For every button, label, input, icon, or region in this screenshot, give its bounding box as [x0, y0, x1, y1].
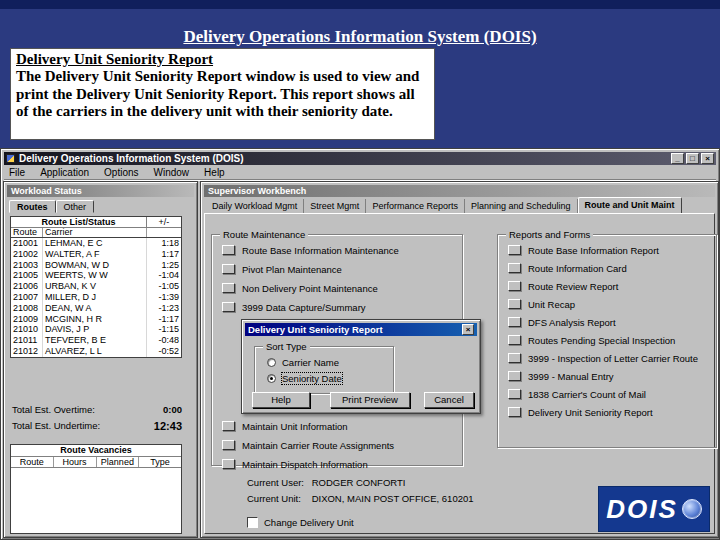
route-row[interactable]: 21003 BOWMAN, W D 1:25: [11, 260, 181, 271]
workbench-item[interactable]: Maintain Carrier Route Assignments: [222, 440, 456, 451]
workbench-item[interactable]: Route Base Information Report: [508, 245, 710, 256]
item-button-icon[interactable]: [508, 281, 521, 291]
item-button-icon[interactable]: [222, 459, 235, 469]
item-button-icon[interactable]: [508, 407, 521, 417]
vacancies-column-header[interactable]: Type: [139, 457, 181, 467]
route-number: 21005: [11, 270, 43, 281]
workbench-tab[interactable]: Route and Unit Maint: [578, 197, 682, 214]
help-button[interactable]: Help: [252, 392, 310, 408]
reports-items: Route Base Information Report Route Info…: [498, 245, 716, 425]
workbench-item[interactable]: 3999 - Manual Entry: [508, 371, 710, 382]
item-button-icon[interactable]: [508, 317, 521, 327]
item-button-icon[interactable]: [508, 389, 521, 399]
route-list-header-label[interactable]: Route List/Status: [11, 217, 147, 227]
radio-carrier-name[interactable]: Carrier Name: [267, 357, 339, 368]
route-row[interactable]: 21002 WALTER, A F 1:17: [11, 249, 181, 260]
workbench-item[interactable]: Delivery Unit Seniority Report: [508, 407, 710, 418]
workbench-item[interactable]: 1838 Carrier's Count of Mail: [508, 389, 710, 400]
minimize-button[interactable]: _: [671, 153, 684, 164]
item-button-icon[interactable]: [508, 263, 521, 273]
reports-group-label: Reports and Forms: [506, 229, 593, 240]
route-row[interactable]: 21011 TEFVEER, B E -0:48: [11, 335, 181, 346]
item-button-icon[interactable]: [508, 299, 521, 309]
delta-column-header[interactable]: +/-: [147, 217, 181, 227]
item-button-icon[interactable]: [508, 353, 521, 363]
route-row[interactable]: 21008 DEAN, W A -1:23: [11, 303, 181, 314]
route-delta: -1:15: [147, 324, 181, 335]
vacancies-column-header[interactable]: Planned: [97, 457, 140, 467]
workload-tab[interactable]: Other: [56, 200, 95, 213]
route-row[interactable]: 21001 LEHMAN, E C 1:18: [11, 238, 181, 249]
item-button-icon[interactable]: [222, 264, 235, 274]
carrier-name: LEHMAN, E C: [43, 238, 147, 249]
route-row[interactable]: 21009 MCGINN, H R -1:17: [11, 314, 181, 325]
carrier-name: MILLER, D J: [43, 292, 147, 303]
slide-title: Delivery Operations Information System (…: [0, 27, 720, 47]
maximize-button[interactable]: □: [686, 153, 699, 164]
dialog-close-icon[interactable]: ×: [462, 324, 474, 335]
menu-item[interactable]: Application: [40, 167, 89, 178]
workbench-titlebar[interactable]: Supervisor Workbench: [204, 185, 715, 197]
cancel-button[interactable]: Cancel: [424, 392, 474, 408]
carrier-name: BOWMAN, W D: [43, 260, 147, 271]
route-row[interactable]: 21006 URBAN, K V -1:05: [11, 281, 181, 292]
workbench-item[interactable]: Maintain Unit Information: [222, 421, 456, 432]
workbench-item[interactable]: Route Information Card: [508, 263, 710, 274]
item-button-icon[interactable]: [222, 302, 235, 312]
route-row[interactable]: 21010 DAVIS, J P -1:15: [11, 324, 181, 335]
workbench-item[interactable]: Pivot Plan Maintenance: [222, 264, 456, 275]
route-column-header[interactable]: Route: [11, 228, 43, 237]
app-title: Delivery Operations Information System (…: [19, 153, 244, 164]
dialog-titlebar[interactable]: Delivery Unit Seniority Report ×: [245, 323, 477, 336]
radio-seniority-date[interactable]: Seniority Date: [267, 373, 342, 384]
item-button-icon[interactable]: [222, 421, 235, 431]
route-delta: -1:23: [147, 303, 181, 314]
workbench-item[interactable]: 3999 Data Capture/Summary: [222, 302, 456, 313]
menu-item[interactable]: Help: [204, 167, 225, 178]
route-row[interactable]: 21012 ALVAREZ, L L -0:52: [11, 346, 181, 357]
workbench-item[interactable]: Maintain Dispatch Information: [222, 459, 456, 470]
current-unit-row: Current Unit: DIXON, MAIN POST OFFICE, 6…: [247, 493, 474, 504]
dois-logo-text: DOIS: [606, 494, 678, 525]
workbench-tab[interactable]: Daily Workload Mgmt: [206, 199, 304, 214]
vacancies-column-header[interactable]: Route: [11, 457, 54, 467]
workbench-tab[interactable]: Performance Reports: [366, 199, 465, 214]
print-preview-button[interactable]: Print Preview: [330, 392, 410, 408]
vacancies-column-header[interactable]: Hours: [54, 457, 97, 467]
radio-selected-icon[interactable]: [267, 374, 276, 383]
menu-item[interactable]: Window: [154, 167, 190, 178]
change-unit-checkbox[interactable]: [247, 517, 258, 528]
workbench-tab[interactable]: Planning and Scheduling: [465, 199, 578, 214]
item-button-icon[interactable]: [508, 371, 521, 381]
menu-item[interactable]: Options: [104, 167, 138, 178]
carrier-column-header[interactable]: Carrier: [43, 228, 147, 237]
workbench-item[interactable]: Routes Pending Special Inspection: [508, 335, 710, 346]
workbench-item[interactable]: DFS Analysis Report: [508, 317, 710, 328]
route-row[interactable]: 21005 WEERTS, W W -1:04: [11, 270, 181, 281]
radio-icon[interactable]: [267, 358, 276, 367]
route-number: 21008: [11, 303, 43, 314]
workbench-tab[interactable]: Street Mgmt: [304, 199, 366, 214]
carrier-name: URBAN, K V: [43, 281, 147, 292]
close-button[interactable]: ×: [701, 153, 714, 164]
workload-titlebar[interactable]: Workload Status: [7, 185, 194, 197]
carrier-name: DAVIS, J P: [43, 324, 147, 335]
item-button-icon[interactable]: [508, 245, 521, 255]
workbench-item[interactable]: Route Review Report: [508, 281, 710, 292]
workload-tab[interactable]: Routes: [9, 200, 56, 213]
item-button-icon[interactable]: [508, 335, 521, 345]
workbench-item-label: Maintain Carrier Route Assignments: [242, 440, 456, 451]
route-row[interactable]: 21007 MILLER, D J -1:39: [11, 292, 181, 303]
item-button-icon[interactable]: [222, 245, 235, 255]
workbench-item-label: 3999 - Inspection of Letter Carrier Rout…: [528, 353, 710, 364]
workbench-item-label: Unit Recap: [528, 299, 710, 310]
item-button-icon[interactable]: [222, 283, 235, 293]
change-delivery-unit[interactable]: Change Delivery Unit: [247, 517, 354, 528]
workbench-item[interactable]: 3999 - Inspection of Letter Carrier Rout…: [508, 353, 710, 364]
app-titlebar[interactable]: Delivery Operations Information System (…: [4, 152, 716, 165]
workbench-item[interactable]: Non Delivery Point Maintenance: [222, 283, 456, 294]
workbench-item[interactable]: Route Base Information Maintenance: [222, 245, 456, 256]
item-button-icon[interactable]: [222, 440, 235, 450]
menu-item[interactable]: File: [9, 167, 25, 178]
workbench-item[interactable]: Unit Recap: [508, 299, 710, 310]
